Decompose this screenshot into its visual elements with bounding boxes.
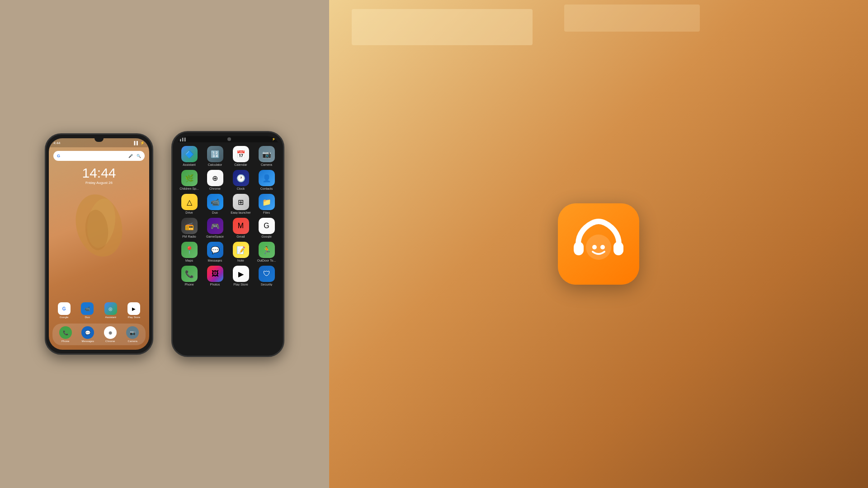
phone2-app-calculator[interactable]: 🔢Calculator (202, 144, 228, 168)
phone1-dock-camera-label: Camera (128, 340, 137, 343)
phone2-app-label-4: Children Sp... (179, 187, 198, 190)
phone2-app-phone[interactable]: 📞Phone (176, 264, 202, 288)
phone2-app-fmradio[interactable]: 📻FM Radio (176, 216, 202, 240)
phone2-app-icon-19: 🏃 (259, 242, 275, 258)
bg-shelf (352, 9, 533, 45)
phone1-date: Friday August 26 (49, 181, 149, 185)
phone2-app-maps[interactable]: 📍Maps (176, 240, 202, 264)
phone2-app-icon-21: 🖼 (207, 266, 223, 282)
phone2-app-drive[interactable]: △Drive (176, 192, 202, 216)
phone2-app-label-11: Files (263, 211, 270, 214)
phone1-dock-messages[interactable]: 💬 Messages (81, 326, 94, 343)
phone2-camera-dot (227, 137, 231, 141)
phone1-dock-messages-label: Messages (82, 340, 94, 343)
phone2-status-bar: ▌▌▌ ⚡ (175, 136, 280, 142)
phone1-dock-phone[interactable]: 📞 Phone (59, 326, 72, 343)
phone2-app-icon-17: 💬 (207, 242, 223, 258)
phone2-battery: ⚡ (272, 137, 276, 141)
phone2-app-label-12: FM Radio (182, 235, 196, 238)
phone2-app-icon-12: 📻 (181, 218, 198, 234)
phone1-clock-display: 14:44 Friday August 26 (49, 165, 149, 185)
phone2-app-clock[interactable]: 🕐Clock (228, 168, 254, 192)
phone1-search-bar[interactable]: G 🎤 🔍 (53, 151, 145, 161)
phone1-apps-row: G Google 📹 Duo ◎ (49, 300, 149, 320)
phone1-playstore-label: Play Store (127, 316, 140, 319)
lens-icon: 🔍 (137, 154, 141, 158)
phone2-app-icon-5: ⊕ (207, 170, 223, 186)
phone2-app-messages[interactable]: 💬Messages (202, 240, 228, 264)
phone2-app-photos[interactable]: 🖼Photos (202, 264, 228, 288)
phone2-app-label-1: Calculator (208, 163, 222, 166)
phone1-app-assistant[interactable]: ◎ Assistant (104, 302, 117, 319)
phone2-app-label-19: OutDoor To... (257, 259, 276, 262)
phone1-app-google[interactable]: G Google (58, 302, 71, 319)
phone2-app-label-20: Phone (184, 283, 193, 286)
phone2-app-google[interactable]: GGoogle (254, 216, 279, 240)
app-icon-large (558, 203, 639, 285)
svg-point-6 (592, 245, 597, 249)
phone1-time-big: 14:44 (49, 165, 149, 181)
svg-rect-4 (613, 242, 623, 255)
phone2-app-files[interactable]: 📁Files (254, 192, 279, 216)
phone2-app-camera[interactable]: 📷Camera (254, 144, 279, 168)
phone2-app-chrome[interactable]: ⊕Chrome (202, 168, 228, 192)
phone2-app-childrensp[interactable]: 🌿Children Sp... (176, 168, 202, 192)
phone2-app-label-6: Clock (237, 187, 245, 190)
phone2-app-duo[interactable]: 📹Duo (202, 192, 228, 216)
phone2-app-security[interactable]: 🛡Security (254, 264, 279, 288)
phone2-app-calendar[interactable]: 📅Calendar (228, 144, 254, 168)
phone2-app-label-2: Calendar (234, 163, 247, 166)
phone2-app-icon-18: 📝 (233, 242, 249, 258)
phone2-app-playstore[interactable]: ▶Play Store (228, 264, 254, 288)
phone2-app-icon-20: 📞 (181, 266, 198, 282)
phone2-app-easylauncher[interactable]: ⊞Easy launcher (228, 192, 254, 216)
phone2-app-label-0: Assistant (183, 163, 195, 166)
phone2-app-label-9: Duo (212, 211, 218, 214)
phone2-app-label-18: Note (237, 259, 244, 262)
phone2-app-gmail[interactable]: MGmail (228, 216, 254, 240)
phone2-app-label-13: GameSpace (206, 235, 224, 238)
phone1-dock-camera[interactable]: 📷 Camera (126, 326, 139, 343)
phone2-app-icon-13: 🎮 (207, 218, 223, 234)
phone2-app-gamespace[interactable]: 🎮GameSpace (202, 216, 228, 240)
phone2-app-icon-15: G (259, 218, 275, 234)
phone2-app-icon-6: 🕐 (233, 170, 249, 186)
phone1-mockup: 4:44 ▌▌ ⚡ G 🎤 🔍 14:44 Friday August 26 (45, 133, 153, 355)
phone2-app-icon-7: 👤 (259, 170, 275, 186)
phone2-app-label-8: Drive (185, 211, 193, 214)
phone2-app-icon-1: 🔢 (207, 146, 223, 162)
phone2-app-icon-0: 🔷 (181, 146, 198, 162)
phone2-app-label-21: Photos (210, 283, 220, 286)
app-icon-svg (569, 215, 628, 273)
phone2-app-label-7: Contacts (260, 187, 273, 190)
phone2-app-contacts[interactable]: 👤Contacts (254, 168, 279, 192)
svg-point-7 (600, 245, 605, 249)
phone1-dock: 📞 Phone 💬 Messages ⊕ (52, 324, 146, 345)
phone2-app-label-17: Messages (208, 259, 222, 262)
phone2-app-outdoorto[interactable]: 🏃OutDoor To... (254, 240, 279, 264)
phone2-app-icon-4: 🌿 (181, 170, 198, 186)
phone2-app-label-15: Google (261, 235, 272, 238)
phone2-app-assistant[interactable]: 🔷Assistant (176, 144, 202, 168)
phone2-app-grid: 🔷Assistant🔢Calculator📅Calendar📷Camera🌿Ch… (175, 142, 280, 290)
phone2-app-label-5: Chrome (209, 187, 221, 190)
phone2-app-icon-3: 📷 (259, 146, 275, 162)
phone2-app-icon-14: M (233, 218, 249, 234)
phone2-app-icon-9: 📹 (207, 194, 223, 210)
bg-shelf2 (564, 5, 700, 32)
phone2-app-note[interactable]: 📝Note (228, 240, 254, 264)
phone2-app-label-14: Gmail (236, 235, 245, 238)
phone2-app-icon-10: ⊞ (233, 194, 249, 210)
svg-rect-3 (574, 242, 584, 255)
phone2-app-icon-2: 📅 (233, 146, 249, 162)
phone2-mockup: ▌▌▌ ⚡ 🔷Assistant🔢Calculator📅Calendar📷Cam… (171, 131, 284, 357)
phone1-app-duo[interactable]: 📹 Duo (81, 302, 94, 319)
phone1-dock-chrome[interactable]: ⊕ Chrome (104, 326, 117, 343)
phone2-signal: ▌▌▌ (180, 138, 187, 141)
phone2-app-label-3: Camera (261, 163, 272, 166)
phone2-app-label-16: Maps (185, 259, 193, 262)
phone1-app-playstore[interactable]: ▶ Play Store (127, 302, 140, 319)
phone2-app-icon-16: 📍 (181, 242, 198, 258)
phone1-time: 4:44 (53, 141, 61, 145)
phone2-app-icon-8: △ (181, 194, 198, 210)
